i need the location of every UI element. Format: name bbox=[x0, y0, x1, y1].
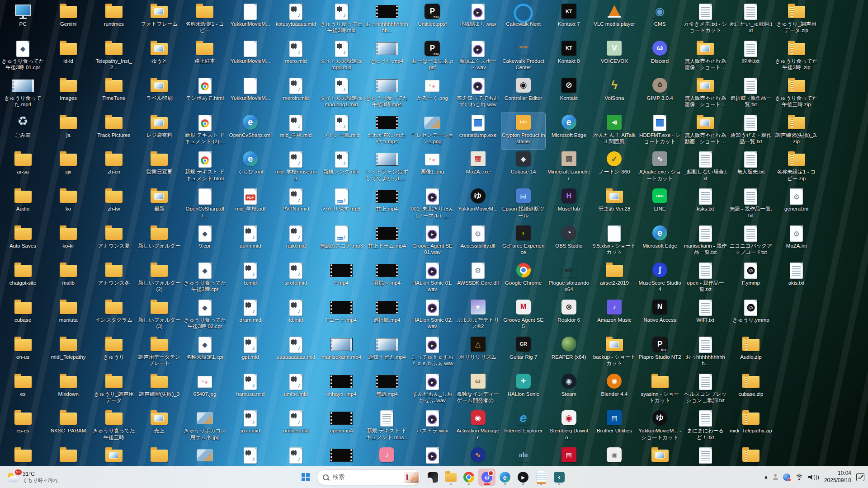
desktop-icon[interactable]: cubase.zip bbox=[729, 372, 773, 408]
desktop-icon[interactable]: ksks.txt bbox=[684, 187, 727, 223]
desktop-icon[interactable]: KTKontakt 8 bbox=[547, 39, 591, 75]
desktop-icon[interactable]: ニコニコバックアップコードtxt bbox=[729, 224, 773, 260]
desktop-icon[interactable]: ♪Amazon Music bbox=[592, 298, 636, 334]
desktop-icon[interactable]: 調声練習(失敗)_3 bbox=[137, 372, 181, 408]
desktop-icon[interactable]: PC bbox=[1, 2, 45, 38]
desktop-icon[interactable]: ▤Epson 接続診断ツール bbox=[501, 187, 545, 223]
desktop-icon[interactable]: ♪タイトル未設定.tempo.orig1.mid bbox=[320, 76, 363, 112]
desktop-icon[interactable]: 新しいフォルダー (3) bbox=[137, 298, 181, 334]
desktop-icon[interactable]: ◉Activation Manager bbox=[456, 408, 500, 445]
desktop-icon[interactable]: ◉CMS bbox=[638, 2, 682, 38]
taskbar-cubase[interactable]: ‹ bbox=[551, 469, 568, 486]
desktop-icon[interactable]: ◆Cubase 14 bbox=[501, 150, 545, 186]
desktop-icon[interactable]: 選択肢.mp4 bbox=[365, 298, 409, 334]
desktop-icon[interactable]: ▶小銭詰まり.wav bbox=[456, 2, 500, 38]
desktop-icon[interactable]: ⚙Accessibility.dll bbox=[456, 224, 500, 260]
desktop-icon[interactable]: zh-tw bbox=[92, 187, 136, 223]
pen-input-icon[interactable] bbox=[856, 473, 864, 481]
desktop-icon[interactable]: ♪b.mid bbox=[228, 261, 272, 297]
desktop-icon[interactable]: Google Chrome bbox=[501, 261, 545, 297]
desktop-icon[interactable]: ◆きゅうり食ってた午後3時.cpr bbox=[183, 261, 227, 297]
desktop-icon[interactable]: ▶バスドラ.wav bbox=[410, 408, 454, 445]
desktop-icon[interactable]: sfzPlogue sforzando x64 bbox=[547, 261, 591, 297]
clock[interactable]: 10:04 2025/09/10 bbox=[824, 470, 851, 484]
desktop-icon[interactable]: ゆうと bbox=[137, 39, 181, 75]
desktop-icon[interactable]: 65407.jpg bbox=[183, 372, 227, 408]
desktop-icon[interactable]: ω孤独なインディーゲーム開発者の一生 ... bbox=[456, 372, 500, 408]
desktop-icon[interactable]: PDFmid_学校.pdf bbox=[228, 187, 272, 223]
desktop-icon[interactable]: ◆きゅうり食ってた午後3時-02.cpr bbox=[183, 298, 227, 334]
desktop-icon[interactable]: ▶001_東北きりたん（ノーマル）_今じゃ... bbox=[410, 187, 454, 223]
desktop-icon[interactable]: きゅうり.mp4 bbox=[365, 39, 409, 75]
desktop-icon[interactable]: きゅうり bbox=[92, 335, 136, 371]
desktop-icon[interactable]: ゆYukkuriMovieM... bbox=[456, 187, 500, 223]
desktop-icon[interactable]: ohhayo-.mp4 bbox=[320, 372, 363, 408]
desktop-icon[interactable]: VVOICEVOX bbox=[592, 39, 636, 75]
desktop-icon[interactable]: manisekarin - 親作品一覧.txt bbox=[684, 224, 727, 260]
desktop-icon[interactable]: F.mp4 bbox=[320, 261, 363, 297]
desktop-icon[interactable]: cubase bbox=[1, 298, 45, 334]
desktop-icon[interactable]: syasinn - ショートカット bbox=[638, 372, 682, 408]
desktop-icon[interactable]: 井上.mp4 bbox=[365, 187, 409, 223]
desktop-icon[interactable]: ≡≡Cakewalk Product Center bbox=[501, 39, 545, 75]
desktop-icon[interactable]: 名称未設定1 - コピー.zip bbox=[774, 150, 818, 186]
desktop-icon[interactable]: ◆名称未設定1.cpr bbox=[183, 335, 227, 371]
taskbar-notepad[interactable] bbox=[533, 469, 550, 486]
desktop-icon[interactable]: ϟVoiSona bbox=[592, 76, 636, 112]
desktop-icon[interactable]: jijii bbox=[47, 150, 90, 186]
desktop-icon[interactable]: ◉Blender 4.4 bbox=[592, 372, 636, 408]
desktop-icon[interactable]: 通知うぜえ.mp4 bbox=[365, 335, 409, 371]
tray-app-icon[interactable] bbox=[783, 474, 790, 481]
desktop-icon[interactable]: akis.txt bbox=[774, 261, 818, 297]
desktop-icon[interactable]: ko bbox=[47, 187, 90, 223]
desktop-icon[interactable]: ♪MP3無題のスコア.mp3 bbox=[320, 224, 363, 260]
desktop-icon[interactable]: 無人販売.txt bbox=[729, 150, 773, 186]
desktop-icon[interactable]: ▶こってゅｈｄすおｆｄｓｂふぁ.wav bbox=[410, 335, 454, 371]
taskbar-copilot-button[interactable] bbox=[424, 469, 441, 486]
desktop-icon[interactable]: きゅうり食ってた午後3時 .zip bbox=[774, 39, 818, 75]
desktop-icon[interactable]: ◆9.cpr bbox=[183, 224, 227, 260]
desktop-icon[interactable]: en-us bbox=[1, 335, 45, 371]
desktop-icon[interactable]: 無題 - 親作品一覧.txt bbox=[729, 187, 773, 223]
desktop-icon[interactable]: 調声用データテンプレート bbox=[137, 335, 181, 371]
desktop-icon[interactable]: ✓ノートン 360 bbox=[592, 150, 636, 186]
desktop-icon[interactable]: ja bbox=[47, 113, 90, 149]
desktop-icon[interactable]: 最新 bbox=[137, 187, 181, 223]
desktop-icon[interactable]: 9.5.xlsx - ショートカット bbox=[592, 224, 636, 260]
desktop-icon[interactable]: ar-sa bbox=[1, 150, 45, 186]
desktop-icon[interactable]: airset2-2019 bbox=[592, 261, 636, 297]
desktop-icon[interactable]: ♪MP3わかりやす.mp3 bbox=[320, 187, 363, 223]
desktop-icon[interactable]: フォトフレーム bbox=[137, 2, 181, 38]
desktop-icon[interactable]: ◗GeForce Experience bbox=[501, 224, 545, 260]
desktop-icon[interactable]: ʃMuseScore Studio 4 bbox=[638, 261, 682, 297]
desktop-icon[interactable]: 新しいフォルダー (2) bbox=[137, 261, 181, 297]
desktop-icon[interactable]: TimeTune bbox=[92, 76, 136, 112]
desktop-icon[interactable]: ゆYukkuriMovieM... - ショートカット bbox=[638, 408, 682, 445]
desktop-icon[interactable]: ◉Steinberg Downlo... bbox=[547, 408, 591, 445]
desktop-icon[interactable]: 井上ドラム.mp4 bbox=[365, 224, 409, 260]
desktop-icon[interactable]: open.mp4 bbox=[320, 408, 363, 445]
desktop-icon[interactable]: ▶新規エクスポート.wav bbox=[456, 39, 500, 75]
desktop-icon[interactable]: おっhhhhhhhhhhhhh... bbox=[365, 2, 409, 38]
desktop-icon[interactable]: ♪hamusu.mid bbox=[228, 372, 272, 408]
desktop-icon[interactable]: ♪sirofo.mid bbox=[274, 261, 318, 297]
desktop-icon[interactable]: ゆきゅうり.ymmp bbox=[729, 298, 773, 334]
desktop-icon[interactable]: Cakewalk Next bbox=[501, 2, 545, 38]
desktop-icon[interactable]: ◔OBS Studio bbox=[547, 224, 591, 260]
desktop-icon[interactable]: 死にたい_ゅ歌詞.txt bbox=[729, 2, 773, 38]
desktop-icon[interactable]: ♪gpt.mid bbox=[228, 335, 272, 371]
desktop-icon[interactable]: ▶Groove Agent SE 01.wav bbox=[410, 224, 454, 260]
desktop-icon[interactable]: 新しいフォルダー bbox=[137, 224, 181, 260]
desktop-icon[interactable]: ⊘Kontakt bbox=[547, 76, 591, 112]
desktop-icon[interactable]: ♪メドレー風.mid bbox=[320, 113, 363, 149]
desktop-icon[interactable]: 羽尻へ.mp4 bbox=[365, 261, 409, 297]
desktop-icon[interactable]: HDDFMT.exe - ショートカット bbox=[638, 113, 682, 149]
desktop-icon[interactable]: きゅうり食ってた午後三時.zip bbox=[774, 76, 818, 112]
desktop-icon[interactable]: ♪mero.mid bbox=[274, 39, 318, 75]
desktop-icon[interactable]: ◆きゅうり食ってた午後3時-01.cpr bbox=[1, 39, 45, 75]
desktop-icon[interactable]: WIFI.txt bbox=[684, 298, 727, 334]
desktop-icon[interactable]: NNative Access bbox=[638, 298, 682, 334]
desktop-icon[interactable]: 説明.txt bbox=[729, 39, 773, 75]
accessibility-person-icon[interactable] bbox=[773, 474, 778, 480]
taskbar-microsoft-edge[interactable]: e bbox=[496, 469, 514, 486]
